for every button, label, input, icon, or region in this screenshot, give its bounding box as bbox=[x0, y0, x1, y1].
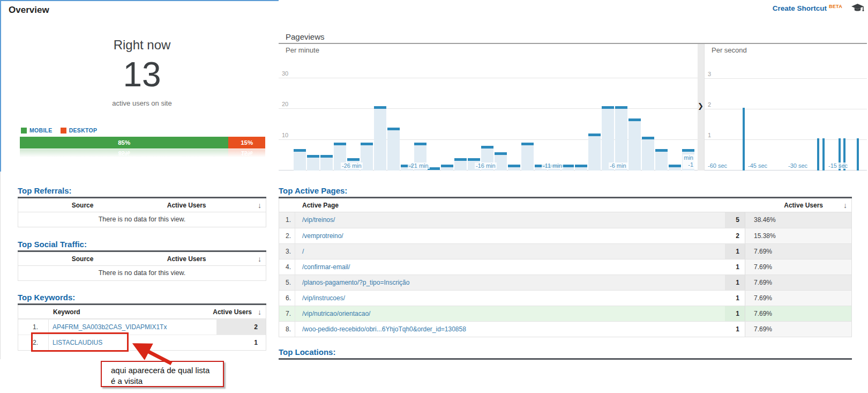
active-users-count: 13 bbox=[0, 57, 284, 92]
right-now-label: Right now bbox=[0, 38, 284, 53]
sort-desc-icon[interactable]: ↓ bbox=[258, 305, 261, 319]
y-tick-label: 2 bbox=[708, 101, 711, 108]
mobile-bar-segment[interactable]: 85% bbox=[20, 137, 228, 149]
active-page-link[interactable]: /vip/instrucoes/ bbox=[302, 294, 345, 302]
pageviews-bar[interactable] bbox=[374, 106, 386, 170]
pageviews-bar[interactable] bbox=[857, 138, 859, 170]
active-page-link[interactable]: /planos-pagamento/?p_tipo=Inscrição bbox=[302, 279, 409, 286]
active-page-link[interactable]: /confirmar-email/ bbox=[302, 263, 350, 271]
row-active-users: 5 bbox=[725, 212, 745, 228]
table-row: 7./vip/nutricao/orientacao/17.69% bbox=[279, 306, 851, 321]
x-tick-label: -45 sec bbox=[747, 162, 768, 169]
active-page-link[interactable]: / bbox=[302, 248, 304, 255]
pageviews-bar[interactable] bbox=[817, 138, 819, 170]
graduation-cap-icon[interactable] bbox=[851, 4, 864, 15]
x-tick-label: -11 min bbox=[542, 162, 563, 169]
pageviews-bar[interactable] bbox=[822, 138, 825, 170]
active-page-link[interactable]: /woo-pedido-recebido/obri...6YhjoTqh0&or… bbox=[302, 325, 466, 333]
annotation-callout: aqui aparecerá de qual lista é a visita bbox=[101, 361, 224, 387]
x-tick-label: -30 sec bbox=[787, 162, 809, 169]
desktop-bar-segment[interactable]: 15% bbox=[228, 137, 265, 149]
table-header: Active Page Active Users ↓ bbox=[279, 198, 851, 212]
pageviews-bar[interactable] bbox=[441, 165, 453, 170]
chevron-right-icon[interactable]: ❯ bbox=[698, 102, 704, 110]
top-locations-section: Top Locations: bbox=[279, 347, 852, 360]
pageviews-bar[interactable] bbox=[508, 165, 520, 170]
pageviews-bar[interactable] bbox=[521, 143, 534, 170]
x-tick-label: -6 min bbox=[609, 162, 627, 169]
pageviews-bar[interactable] bbox=[575, 165, 587, 170]
row-active-users: 1 bbox=[725, 322, 745, 337]
legend-item-desktop: DESKTOP bbox=[61, 127, 98, 134]
row-active-users: 1 bbox=[216, 335, 266, 350]
legend-desktop-label: DESKTOP bbox=[69, 127, 98, 134]
y-tick-label: 1 bbox=[708, 132, 711, 138]
table-header: Source Active Users ↓ bbox=[18, 252, 266, 266]
row-active-users: 2 bbox=[216, 320, 266, 335]
y-tick-label: 10 bbox=[282, 132, 288, 138]
table-row: 6./vip/instrucoes/17.69% bbox=[279, 290, 851, 306]
pageviews-bar[interactable] bbox=[387, 128, 400, 170]
pageviews-bar[interactable] bbox=[642, 137, 654, 170]
row-rank: 7. bbox=[279, 306, 295, 321]
row-rank: 5. bbox=[279, 275, 295, 290]
pageviews-bar[interactable] bbox=[454, 158, 467, 170]
row-percentage: 38.46% bbox=[745, 212, 851, 228]
per-second-label: Per second bbox=[712, 46, 747, 54]
empty-message: There is no data for this view. bbox=[18, 212, 266, 227]
row-active-users: 1 bbox=[725, 275, 745, 290]
column-keyword: Keyword bbox=[53, 305, 80, 319]
pageviews-bar[interactable] bbox=[655, 149, 668, 170]
row-percentage: 7.69% bbox=[745, 322, 851, 337]
pageviews-bar[interactable] bbox=[669, 165, 681, 170]
row-percentage: 7.69% bbox=[745, 306, 851, 321]
pageviews-bar[interactable] bbox=[588, 134, 601, 170]
pageviews-bar[interactable] bbox=[307, 155, 319, 170]
sort-desc-icon[interactable]: ↓ bbox=[843, 198, 847, 212]
section-heading: Top Keywords: bbox=[18, 293, 266, 303]
active-page-link[interactable]: /vemprotreino/ bbox=[302, 232, 343, 240]
column-active-page: Active Page bbox=[302, 198, 339, 212]
row-percentage: 7.69% bbox=[745, 291, 851, 306]
pageviews-bar[interactable] bbox=[615, 106, 627, 170]
realtime-overview-page: Overview Create Shortcut BETA Right now … bbox=[0, 0, 868, 393]
row-rank: 1. bbox=[279, 212, 295, 228]
chart-pane-divider[interactable]: ❯ bbox=[698, 44, 704, 170]
keyword-link[interactable]: AP4FRM_SA003b2CAS_VIDAPMIX1Tx bbox=[53, 323, 167, 331]
top-active-pages-section: Top Active Pages: Active Page Active Use… bbox=[279, 186, 852, 337]
pageviews-bar[interactable] bbox=[294, 149, 306, 170]
section-heading: Top Locations: bbox=[279, 347, 852, 358]
gridline bbox=[705, 78, 867, 79]
page-title: Overview bbox=[9, 5, 49, 16]
beta-badge: BETA bbox=[829, 4, 842, 9]
table-row: 2./vemprotreino/215.38% bbox=[279, 228, 851, 243]
right-now-panel: Right now 13 active users on site bbox=[0, 38, 284, 107]
pageviews-bar[interactable] bbox=[320, 155, 333, 170]
row-rank: 2. bbox=[279, 228, 295, 243]
device-split-bar: 85% 15% bbox=[20, 137, 265, 149]
pageviews-bar[interactable] bbox=[562, 165, 574, 170]
pageviews-bar[interactable] bbox=[602, 106, 614, 170]
empty-message: There is no data for this view. bbox=[18, 266, 266, 280]
desktop-pct-label: 15% bbox=[241, 139, 253, 146]
column-active-users: Active Users bbox=[213, 305, 252, 319]
sort-desc-icon[interactable]: ↓ bbox=[258, 198, 261, 212]
table-row: 1./vip/treinos/538.46% bbox=[279, 212, 851, 228]
top-referrals-section: Top Referrals: Source Active Users ↓ The… bbox=[18, 186, 266, 227]
window-edge-left-lower bbox=[0, 172, 1, 359]
row-active-users: 1 bbox=[725, 259, 745, 275]
active-page-link[interactable]: /vip/treinos/ bbox=[302, 216, 335, 224]
sort-desc-icon[interactable]: ↓ bbox=[258, 252, 261, 266]
x-tick-label: -26 min bbox=[341, 162, 363, 169]
create-shortcut-link[interactable]: Create Shortcut bbox=[773, 4, 827, 12]
pageviews-bar[interactable] bbox=[628, 118, 641, 170]
window-edge-top bbox=[0, 0, 279, 1]
device-legend: MOBILE DESKTOP bbox=[21, 127, 97, 134]
y-tick-label: 3 bbox=[708, 71, 711, 77]
active-page-link[interactable]: /vip/nutricao/orientacao/ bbox=[302, 310, 370, 317]
x-tick-label: -21 min bbox=[408, 162, 430, 169]
pageviews-bar[interactable] bbox=[743, 108, 745, 170]
gridline bbox=[705, 109, 867, 109]
mobile-swatch-icon bbox=[21, 128, 27, 134]
row-active-users: 1 bbox=[725, 306, 745, 321]
